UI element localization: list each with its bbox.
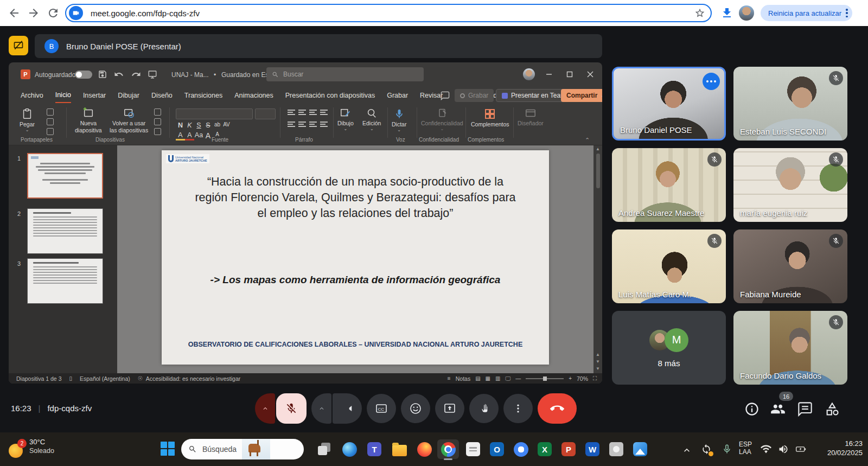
tab-insertar[interactable]: Insertar (83, 88, 106, 103)
taskbar-search-box[interactable]: Búsqueda (181, 439, 304, 459)
present-screen-button[interactable] (435, 394, 464, 423)
outlook-icon[interactable]: O (486, 439, 508, 459)
change-case-button[interactable]: Aa (194, 131, 203, 141)
reading-view-icon[interactable]: ▥ (495, 375, 500, 381)
slide-scrollbar[interactable]: ▲ ▲ ▼ ▼ (595, 145, 601, 373)
comment-icon[interactable] (441, 89, 450, 102)
dictate-button[interactable]: Dictar ⌄ (392, 107, 406, 132)
camera-button[interactable] (333, 393, 362, 424)
slide-thumbnail-3[interactable] (27, 258, 103, 304)
char-spacing-button[interactable]: ab (213, 122, 222, 129)
participant-tile-andrea[interactable]: Andrea Suarez Maestre (612, 148, 726, 222)
confidentiality-button[interactable]: Confidencialidad ⌄ (421, 107, 463, 131)
end-call-button[interactable] (538, 393, 577, 424)
back-icon[interactable] (8, 7, 21, 20)
collapse-ribbon-icon[interactable]: ⌃ (585, 137, 590, 144)
reset-slide-icon[interactable] (154, 118, 161, 125)
powerpoint-taskbar-icon[interactable]: P (558, 439, 579, 459)
slide-layout-icon[interactable] (154, 108, 161, 116)
mic-muted-button[interactable] (276, 393, 307, 424)
meet-app-icon[interactable] (510, 439, 532, 459)
format-painter-icon[interactable] (47, 128, 54, 135)
zoom-level[interactable]: 70% (577, 375, 588, 382)
tab-transiciones[interactable]: Transiciones (184, 88, 222, 103)
editing-button[interactable]: Edición ⌄ (362, 107, 381, 131)
browser-profile-avatar[interactable] (739, 5, 754, 21)
font-name-combo[interactable] (176, 108, 253, 119)
undo-icon[interactable] (114, 69, 124, 79)
new-slide-button[interactable]: Nueva diapositiva (75, 107, 102, 133)
reactions-button[interactable] (401, 394, 430, 423)
word-icon[interactable]: W (582, 439, 603, 459)
tile-more-options-button[interactable] (703, 73, 720, 90)
tab-revisar[interactable]: Revisar (420, 88, 443, 103)
reuse-slides-button[interactable]: Volver a usar las diapositivas (110, 107, 148, 133)
save-icon[interactable] (98, 69, 107, 79)
teams-icon[interactable]: T (363, 439, 385, 459)
highlight-color-button[interactable]: A (176, 131, 185, 141)
paste-button[interactable]: Pegar ⌄ (20, 107, 35, 132)
tab-animaciones[interactable]: Animaciones (234, 88, 273, 103)
battery-icon[interactable] (795, 444, 806, 455)
share-button[interactable]: Compartir ⌄ (561, 89, 602, 102)
tab-diseno[interactable]: Diseño (151, 88, 173, 103)
meeting-details-icon[interactable] (744, 401, 760, 417)
excel-icon[interactable]: X (534, 439, 556, 459)
tray-mic-icon[interactable] (722, 444, 732, 455)
font-size-combo[interactable] (255, 108, 276, 119)
people-icon[interactable] (770, 401, 786, 417)
bold-button[interactable]: N (176, 122, 185, 129)
camera-options-chevron[interactable] (311, 393, 331, 424)
slideshow-view-icon[interactable]: 🖵 (506, 375, 511, 382)
office-account-avatar[interactable] (523, 68, 535, 80)
forward-icon[interactable] (27, 7, 40, 20)
settings-app-icon[interactable] (605, 439, 627, 459)
tab-inicio[interactable]: Inicio (55, 88, 71, 103)
section-icon[interactable] (154, 128, 161, 135)
draw-button[interactable]: Dibujo ⌄ (337, 107, 354, 131)
participant-tile-luis[interactable]: Luis Matías Caro M. (612, 229, 726, 303)
participant-tile-facundo[interactable]: Facundo Dario Galdos (733, 311, 847, 385)
edge-icon[interactable] (339, 439, 360, 459)
slide-thumbnail-1[interactable] (27, 153, 103, 199)
task-view-icon[interactable] (314, 439, 335, 459)
notes-app-icon[interactable] (462, 439, 484, 459)
tab-dibujar[interactable]: Dibujar (118, 88, 139, 103)
paragraph-buttons[interactable] (288, 110, 331, 127)
browser-menu-icon[interactable] (846, 9, 848, 17)
participant-tile-esteban[interactable]: Esteban Luis SECONDI (733, 67, 847, 141)
addins-button[interactable]: Complementos (471, 107, 509, 127)
autosave-toggle[interactable] (75, 71, 92, 79)
participant-tile-maria[interactable]: maría eugenia ruiz (733, 148, 847, 222)
underline-button[interactable]: S (194, 122, 203, 129)
overflow-participants-tile[interactable]: M 8 más (612, 311, 726, 385)
record-button[interactable]: Grabar (455, 89, 494, 102)
download-icon[interactable] (720, 7, 733, 20)
taskbar-clock[interactable]: 16:23 20/02/2025 (827, 439, 863, 457)
font-color-button[interactable]: A (185, 131, 194, 141)
accessibility-status[interactable]: Accesibilidad: es necesario investigar (146, 375, 241, 382)
activities-icon[interactable] (825, 401, 840, 417)
cut-icon[interactable] (47, 108, 54, 116)
slide-thumbnail-2[interactable] (27, 208, 103, 254)
maximize-icon[interactable] (565, 70, 574, 79)
fit-slide-icon[interactable]: ⛶ (593, 375, 597, 382)
firefox-icon[interactable] (413, 439, 435, 459)
participant-tile-fabiana[interactable]: Fabiana Mureide (733, 229, 847, 303)
more-options-button[interactable] (503, 394, 533, 423)
presentation-paused-icon[interactable] (9, 36, 28, 55)
language-indicator[interactable]: ESPLAA (739, 441, 752, 456)
language-status[interactable]: Español (Argentina) (80, 375, 130, 382)
participant-tile-bruno[interactable]: Bruno Daniel POSE (612, 67, 726, 141)
minimize-icon[interactable] (545, 70, 553, 79)
restart-to-update-button[interactable]: Reinicia para actualizar (761, 5, 852, 21)
normal-view-icon[interactable]: ▤ (475, 375, 480, 381)
strikethrough-button[interactable]: S (203, 122, 213, 129)
wifi-icon[interactable] (761, 444, 771, 455)
captions-button[interactable]: CC (367, 394, 396, 423)
kerning-button[interactable]: AV (222, 122, 231, 129)
slideshow-icon[interactable] (148, 69, 157, 79)
zoom-out-icon[interactable]: — (515, 375, 521, 381)
document-title[interactable]: UNAJ - Ma... (171, 71, 209, 79)
tray-chevron-icon[interactable] (681, 445, 692, 456)
